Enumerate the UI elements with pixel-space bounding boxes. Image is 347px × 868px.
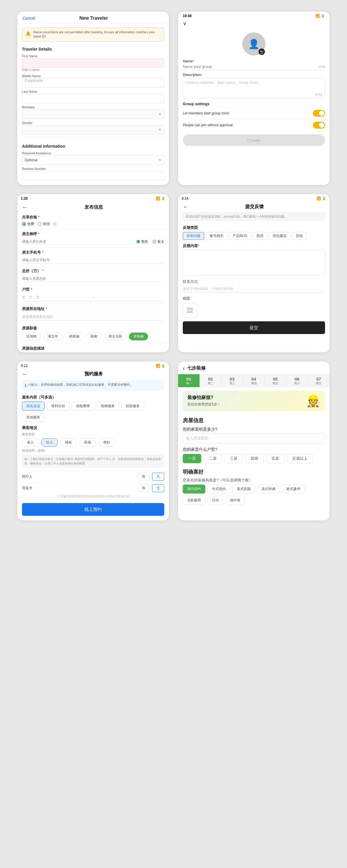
image-upload-4[interactable]: 🖼 (183, 303, 197, 318)
contact-input-4[interactable]: 请填写手机或邮箱，方便我们联系您 (183, 285, 325, 292)
back-btn-3[interactable]: ← (22, 204, 28, 211)
tag-2[interactable]: 精装修 (65, 333, 84, 340)
companion-no[interactable]: 无 (152, 473, 164, 480)
card-new-group: 10:48 📶 🔋 ∨ 👤 📷 Name* 0/50 Description C… (178, 11, 330, 185)
date-tab-3[interactable]: 04 周四 (243, 374, 265, 387)
gender-ms[interactable]: 女士 (153, 239, 164, 244)
pass-types: 老人 幼儿 残疾 疾病 孕妇 (22, 438, 164, 447)
date-tab-5[interactable]: 06 周六 (286, 374, 308, 387)
price-input[interactable] (22, 275, 164, 282)
pass-desc: 如：了解行动能力较大，行动能力较大 请提供证明材料，便于工作人员，您务还特别特殊… (22, 455, 164, 468)
address-row[interactable]: 请选择房源所在地址 › (22, 313, 164, 321)
ptype-1[interactable]: 幼儿 (41, 438, 58, 447)
warning-text: Name corrections are not permitted after… (33, 30, 161, 39)
birthdate-input[interactable]: ▼ (22, 110, 164, 119)
tag-1[interactable]: 满五年 (44, 333, 62, 340)
content-textarea-4[interactable] (183, 250, 325, 276)
toggle-0[interactable] (313, 110, 325, 117)
svc-5[interactable]: 其他服务 (22, 413, 45, 422)
svc-3[interactable]: 轮椅服务 (96, 402, 119, 411)
tt-5[interactable]: 五居以上 (287, 454, 313, 463)
ptype-0[interactable]: 老人 (22, 438, 39, 447)
book-button[interactable]: 线上预约 (22, 503, 164, 516)
tt-0[interactable]: 一居 (183, 454, 201, 463)
gender-mr[interactable]: 先生 (137, 239, 148, 244)
preference-title: 明确喜好 (178, 465, 330, 476)
content-label-4: 反馈内容* (178, 242, 330, 250)
svc-2[interactable]: 协助乘降 (72, 402, 94, 411)
redress-input[interactable] (22, 171, 164, 180)
radio-empty-1 (37, 222, 41, 226)
last-name-input[interactable] (22, 94, 164, 103)
group-name-input[interactable] (183, 64, 319, 69)
service-tags-5: 优先送达 便利出站 协助乘降 轮椅服务 担架服务 其他服务 (17, 402, 169, 424)
date-tab-2[interactable]: 03 周三 (222, 374, 243, 387)
companion-yes[interactable]: 有 (138, 473, 150, 480)
tag-5[interactable]: 有电梯 (129, 333, 148, 340)
owner-input[interactable] (22, 238, 134, 245)
card-publish-info: 1:20 📶 🔋 ← 发布信息 共享价格* 免费 有偿 元 (17, 194, 169, 352)
type-tag-4[interactable]: 优化建议 (269, 232, 290, 240)
banner-sub: 雷信自推荐您这5步！ (187, 402, 221, 407)
st-2[interactable]: 美式田园 (232, 485, 255, 494)
st-7[interactable]: 地中海 (226, 496, 244, 505)
submit-button-4[interactable]: 提交 (183, 321, 325, 334)
price-opt-0[interactable]: 免费 (22, 222, 34, 226)
assistance-select[interactable]: Optional ▼ (22, 155, 164, 165)
camera-badge[interactable]: 📷 (259, 49, 265, 55)
phone-input[interactable] (22, 257, 164, 264)
st-3[interactable]: 美式经典 (257, 485, 280, 494)
date-tab-4[interactable]: 05 周五 (265, 374, 286, 387)
back-arrow[interactable]: ∨ (178, 19, 330, 28)
toggle-1[interactable] (313, 122, 325, 129)
cancel-button[interactable]: Cancel (23, 16, 35, 21)
area-input[interactable]: 输入房屋面积 (183, 433, 325, 443)
st-6[interactable]: 日式 (208, 496, 223, 505)
guide-dog-label: 导盲犬 (22, 486, 32, 491)
date-tab-0[interactable]: 01 周一 (178, 374, 200, 387)
tt-1[interactable]: 二居 (204, 454, 222, 463)
svc-0[interactable]: 优先送达 (22, 402, 45, 411)
ptype-4[interactable]: 孕妇 (98, 438, 115, 447)
date-tab-6[interactable]: 07 周日 (308, 374, 330, 387)
tt-3[interactable]: 四居 (245, 454, 264, 463)
create-button[interactable]: Create (183, 134, 325, 146)
name-char-count: 0/50 (319, 65, 325, 68)
setting-label-1: People can join without approval (183, 123, 233, 127)
type-tag-3[interactable]: 投诉 (253, 232, 267, 240)
tag-0[interactable]: 近地铁 (22, 333, 41, 340)
ptype-2[interactable]: 残疾 (60, 438, 77, 447)
type-tag-2[interactable]: 产品BUG (229, 232, 251, 240)
back-btn-4[interactable]: ← (183, 204, 189, 210)
tag-4[interactable]: 房主活跃 (104, 333, 127, 340)
day-num-3: 04 (244, 376, 263, 381)
group-avatar[interactable]: 👤 📷 (242, 32, 265, 56)
type-tag-5[interactable]: 其他 (292, 232, 307, 240)
guide-no[interactable]: 无 (152, 484, 164, 492)
date-tab-1[interactable]: 02 周二 (200, 374, 222, 387)
st-4[interactable]: 欧式豪华 (282, 485, 305, 494)
gender-input[interactable]: ▼ (22, 125, 164, 134)
middle-name-input[interactable]: If applicable (22, 78, 164, 88)
guide-yes[interactable]: 有 (138, 484, 150, 492)
desc-textarea[interactable]: Common interests... Main topics... Group… (183, 78, 325, 98)
contact-placeholder: 请填写手机或邮箱，方便我们联系您 (183, 287, 234, 290)
page-title-5: 预约服务 (30, 371, 157, 377)
svc-4[interactable]: 担架服务 (121, 402, 144, 411)
type-tag-0[interactable]: 发布问题 (183, 232, 204, 240)
tt-4[interactable]: 五居 (266, 454, 285, 463)
group-name-block: Name* 0/50 (178, 58, 330, 71)
price-opt-1[interactable]: 有偿 (37, 222, 50, 226)
type-tag-1[interactable]: 账号相关 (206, 232, 227, 240)
st-5[interactable]: 北欧极简 (183, 496, 205, 505)
tt-2[interactable]: 三居 (224, 454, 243, 463)
ptype-3[interactable]: 疾病 (79, 438, 96, 447)
back-btn-6[interactable]: ‹ (183, 365, 185, 372)
st-1[interactable]: 中式现代 (208, 485, 230, 494)
back-btn-5[interactable]: ← (22, 371, 28, 377)
first-name-input[interactable] (22, 58, 164, 68)
st-0[interactable]: 现代简约 (183, 485, 205, 494)
room-row[interactable]: 室 厅 卫 › (22, 294, 164, 301)
svc-1[interactable]: 便利出站 (47, 402, 69, 411)
tag-3[interactable]: 朝南 (86, 333, 102, 340)
